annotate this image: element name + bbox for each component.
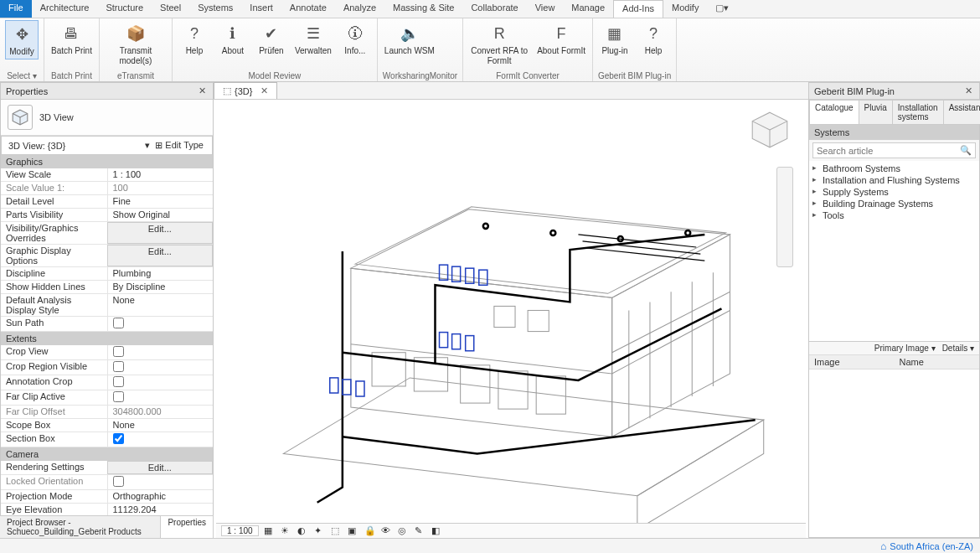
property-value[interactable] (107, 432, 214, 447)
ribbon-button[interactable]: ✔Prüfen (255, 20, 288, 58)
ribbon-button[interactable]: ?Help (178, 20, 211, 58)
properties-type-selector[interactable]: 3D View (1, 100, 213, 136)
property-value[interactable]: None (107, 419, 214, 432)
edit-type-button[interactable]: ⊞ Edit Type (150, 138, 209, 152)
temporary-hide-icon[interactable]: 👁 (381, 525, 393, 537)
search-input[interactable] (817, 146, 960, 156)
property-group-header[interactable]: Camera (1, 447, 213, 461)
ribbon-button[interactable]: ▦Plug-in (598, 20, 632, 58)
tab-properties[interactable]: Properties (161, 516, 214, 538)
analytical-icon[interactable]: ✎ (415, 525, 426, 537)
property-value[interactable]: Plumbing (107, 267, 214, 280)
model-canvas[interactable] (214, 100, 808, 538)
tab-analyze[interactable]: Analyze (335, 0, 384, 18)
tab-insert[interactable]: Insert (241, 0, 281, 18)
plugin-tab-installation-systems[interactable]: Installation systems (892, 100, 944, 124)
tab-steel[interactable]: Steel (152, 0, 189, 18)
property-checkbox[interactable] (113, 476, 124, 487)
ribbon-group-label: Geberit BIM Plug-in (598, 70, 671, 80)
tab-add-ins[interactable]: Add-Ins (613, 0, 663, 18)
plugin-search[interactable]: 🔍 (812, 142, 976, 158)
tab-massing-site[interactable]: Massing & Site (384, 0, 462, 18)
view-tab-3d[interactable]: ⬚ {3D} ✕ (214, 82, 277, 99)
tab-structure[interactable]: Structure (97, 0, 152, 18)
tree-node[interactable]: Installation and Flushing Systems (812, 174, 976, 186)
tree-node[interactable]: Bathroom Systems (812, 163, 976, 174)
tree-node[interactable]: Building Drainage Systems (812, 198, 976, 209)
tab-project-browser[interactable]: Project Browser - Schueco_Building_Geber… (0, 516, 161, 538)
property-value[interactable] (107, 360, 214, 375)
primary-image-toggle[interactable]: Primary Image ▾ (874, 344, 936, 353)
tab-view[interactable]: View (527, 0, 564, 18)
lock-icon[interactable]: 🔒 (364, 525, 376, 537)
ribbon-button[interactable]: FAbout FormIt (535, 20, 587, 58)
sun-path-icon[interactable]: ☀ (281, 525, 292, 537)
ribbon-button[interactable]: 🛈Info... (338, 20, 372, 58)
property-value[interactable]: 304800.000 (107, 406, 214, 418)
property-value[interactable]: Orthographic (107, 490, 214, 503)
tab-file[interactable]: File (0, 0, 32, 18)
tab-collaborate[interactable]: Collaborate (462, 0, 526, 18)
plugin-tab-assistants[interactable]: Assistants (943, 100, 980, 124)
property-edit-button[interactable]: Edit... (107, 245, 214, 266)
property-value[interactable] (107, 475, 214, 489)
ribbon-button[interactable]: ?Help (637, 20, 670, 58)
tab-architecture[interactable]: Architecture (32, 0, 98, 18)
close-icon[interactable]: ✕ (260, 85, 268, 96)
property-edit-button[interactable]: Edit... (107, 461, 214, 474)
tab-modify[interactable]: Modify (663, 0, 707, 18)
crop-icon[interactable]: ⬚ (331, 525, 343, 537)
plugin-tab-pluvia[interactable]: Pluvia (859, 100, 893, 124)
property-checkbox[interactable] (113, 376, 124, 387)
reveal-icon[interactable]: ◎ (398, 525, 410, 537)
property-value[interactable] (107, 390, 214, 405)
details-toggle[interactable]: Details ▾ (942, 344, 974, 353)
tree-node[interactable]: Supply Systems (812, 186, 976, 198)
property-checkbox[interactable] (113, 391, 124, 402)
property-group-header[interactable]: Graphics (1, 155, 213, 168)
ribbon-button[interactable]: RConvert RFA to FormIt (468, 20, 530, 67)
tab-context[interactable]: ▢▾ (707, 0, 737, 18)
property-checkbox[interactable] (113, 361, 124, 372)
highlight-icon[interactable]: ◧ (431, 525, 443, 537)
property-checkbox[interactable] (113, 318, 124, 328)
ribbon-button[interactable]: 🔈Launch WSM (383, 20, 436, 58)
plugin-tab-catalogue[interactable]: Catalogue (809, 100, 859, 124)
tab-manage[interactable]: Manage (563, 0, 613, 18)
ribbon-button[interactable]: ☰Verwalten (293, 20, 333, 58)
view-scale-selector[interactable]: 1 : 100 (221, 525, 259, 536)
tab-systems[interactable]: Systems (189, 0, 241, 18)
status-location[interactable]: ⌂ South Africa (en-ZA) (880, 540, 973, 552)
property-checkbox[interactable] (113, 346, 124, 357)
ribbon-button[interactable]: 🖶Batch Print (49, 20, 94, 58)
property-value[interactable] (107, 345, 214, 359)
property-value[interactable]: None (107, 294, 214, 316)
shadows-icon[interactable]: ◐ (297, 525, 309, 537)
view-cube[interactable] (748, 108, 792, 152)
close-icon[interactable]: ✕ (197, 85, 208, 96)
rendering-icon[interactable]: ✦ (314, 525, 326, 537)
close-icon[interactable]: ✕ (963, 85, 974, 96)
ribbon-button[interactable]: ✥Modify (5, 20, 39, 59)
property-value[interactable]: 11129.204 (107, 504, 214, 516)
property-group-header[interactable]: Extents (1, 332, 213, 345)
property-checkbox[interactable] (113, 433, 124, 444)
property-edit-button[interactable]: Edit... (107, 222, 214, 244)
model-graphics-icon[interactable]: ▦ (264, 525, 276, 537)
tab-annotate[interactable]: Annotate (281, 0, 335, 18)
property-value[interactable] (107, 317, 214, 331)
ribbon-button[interactable]: 📦Transmit model(s) (105, 20, 167, 67)
property-value[interactable]: By Discipline (107, 281, 214, 293)
property-value[interactable]: 100 (107, 182, 214, 194)
property-value[interactable] (107, 375, 214, 390)
crop-region-icon[interactable]: ▣ (348, 525, 359, 537)
ribbon-icon: 📦 (124, 22, 147, 45)
view-instance-selector[interactable]: 3D View: {3D} ▾ ⊞ Edit Type (1, 136, 213, 155)
property-value[interactable]: Show Original (107, 209, 214, 221)
ribbon-button[interactable]: ℹAbout (216, 20, 250, 58)
property-value[interactable]: 1 : 100 (107, 168, 214, 181)
tree-node[interactable]: Tools (812, 209, 976, 221)
property-value[interactable]: Fine (107, 195, 214, 208)
navigation-bar[interactable] (776, 167, 793, 267)
search-icon[interactable]: 🔍 (960, 145, 972, 156)
